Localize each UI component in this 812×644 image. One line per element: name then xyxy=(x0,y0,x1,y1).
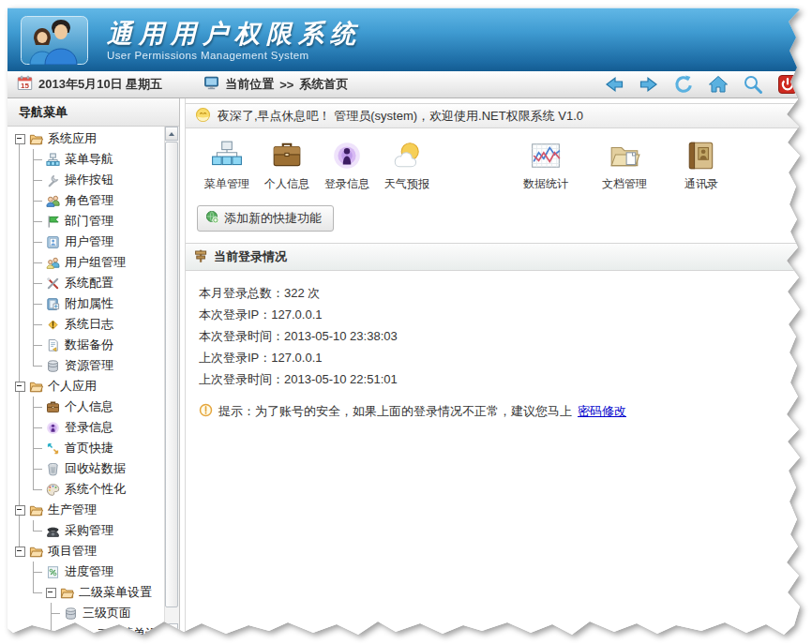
tree-item[interactable]: 系统应用 xyxy=(8,128,165,149)
tree-item[interactable]: 系统个性化 xyxy=(8,479,165,500)
main-panel: 夜深了,早点休息吧！ 管理员(system)，欢迎使用.NET权限系统 V1.0… xyxy=(185,98,803,637)
tree-item-label: 资源管理 xyxy=(65,357,113,374)
tree-item[interactable]: 角色管理 xyxy=(8,190,165,211)
forward-icon xyxy=(639,74,659,95)
toolbar-date-text: 2013年5月10日 星期五 xyxy=(38,76,162,93)
breadcrumb: 当前位置 >> 系统首页 xyxy=(203,75,348,94)
scroll-down-button[interactable] xyxy=(165,623,178,637)
sidebar-scrollbar[interactable] xyxy=(164,127,179,637)
flag-icon xyxy=(46,215,60,229)
tree-item[interactable]: 首页快捷 xyxy=(8,438,165,458)
login-stats: 本月登录总数：322 次本次登录IP：127.0.0.1本次登录时间：2013-… xyxy=(186,271,803,390)
shortcuts-row: 菜单管理个人信息登录信息天气预报数据统计文档管理通讯录 xyxy=(197,140,803,192)
tree-item[interactable]: 菜单导航 xyxy=(8,149,165,170)
tree-connector xyxy=(33,335,42,346)
home-icon xyxy=(708,74,729,95)
chart-lg-icon xyxy=(530,140,562,172)
tree-item-label: 三级页面 xyxy=(83,605,131,622)
tree-item-label: 个人信息 xyxy=(65,398,113,415)
tree-item-label: 二级菜单设置 xyxy=(97,625,165,637)
tree-item-label: 系统配置 xyxy=(65,275,113,292)
shortcut-item[interactable]: 菜单管理 xyxy=(197,140,257,192)
tree-item[interactable]: 数据备份 xyxy=(8,335,165,355)
search-button[interactable] xyxy=(742,73,764,96)
tree-item[interactable]: 登录信息 xyxy=(8,417,165,438)
tree-item[interactable]: 用户管理 xyxy=(8,232,165,252)
tree-expander[interactable] xyxy=(15,505,25,516)
tools-icon xyxy=(46,277,60,291)
app: 通用用户权限系统 User Permissions Management Sys… xyxy=(8,7,803,637)
shortcut-item[interactable]: 个人信息 xyxy=(257,140,317,192)
tree-connector xyxy=(33,438,42,449)
change-password-link[interactable]: 密码修改 xyxy=(578,403,626,420)
tree-item[interactable]: 用户组管理 xyxy=(8,252,165,273)
tree-item[interactable]: 采购管理 xyxy=(8,520,165,541)
calendar-icon-slot: 15 xyxy=(17,75,33,94)
tree-expander[interactable] xyxy=(64,629,74,638)
tree-expander[interactable] xyxy=(15,382,25,392)
tree-connector xyxy=(33,314,42,325)
stat-line: 本月登录总数：322 次 xyxy=(199,282,803,304)
tree-item[interactable]: 系统配置 xyxy=(8,273,165,293)
stat-line: 上次登录时间：2013-05-10 22:51:01 xyxy=(199,368,803,390)
tree-item[interactable]: 二级菜单设置 xyxy=(8,582,165,603)
forward-button[interactable] xyxy=(638,73,660,96)
tree-item-label: 部门管理 xyxy=(65,213,113,230)
app-title: 通用用户权限系统 xyxy=(107,19,362,48)
tree-item[interactable]: 操作按钮 xyxy=(8,170,165,190)
tree-item[interactable]: 生产管理 xyxy=(8,500,165,520)
tree-connector xyxy=(33,355,42,367)
app-banner: 通用用户权限系统 User Permissions Management Sys… xyxy=(8,7,803,71)
shortcut-item[interactable]: 登录信息 xyxy=(317,140,377,192)
tree-connector xyxy=(33,170,42,181)
signal-lg-icon xyxy=(331,140,363,172)
folder-icon xyxy=(78,627,92,638)
tree-item[interactable]: 个人应用 xyxy=(8,376,165,397)
shortcut-item[interactable]: 天气预报 xyxy=(377,140,437,192)
tree-item-label: 系统日志 xyxy=(65,316,113,333)
scroll-up-button[interactable] xyxy=(165,127,178,141)
add-shortcut-button[interactable]: 添加新的快捷功能 xyxy=(197,205,334,232)
tree-item[interactable]: 附加属性 xyxy=(8,293,165,314)
trash-icon xyxy=(46,462,60,476)
tree-item-label: 系统应用 xyxy=(48,130,97,147)
add-button-row: 添加新的快捷功能 xyxy=(197,192,803,232)
content-area: 导航菜单 系统应用菜单导航操作按钮角色管理部门管理用户管理用户组管理系统配置附加… xyxy=(8,98,803,637)
tree-connector xyxy=(33,562,42,573)
tree-item-label: 回收站数据 xyxy=(65,460,126,477)
back-button[interactable] xyxy=(603,73,625,96)
tree-connector xyxy=(33,582,42,593)
svg-text:15: 15 xyxy=(21,82,29,90)
notebook-add-icon xyxy=(46,297,60,311)
add-shortcut-label: 添加新的快捷功能 xyxy=(224,210,322,227)
tree-item[interactable]: 部门管理 xyxy=(8,211,165,232)
briefcase-icon xyxy=(46,400,60,414)
welcome-bar: 夜深了,早点休息吧！ 管理员(system)，欢迎使用.NET权限系统 V1.0 xyxy=(186,103,803,128)
tree-expander[interactable] xyxy=(46,588,56,598)
refresh-button[interactable] xyxy=(672,73,695,96)
tree-item[interactable]: 进度管理 xyxy=(8,562,165,582)
app-window: 通用用户权限系统 User Permissions Management Sys… xyxy=(8,7,803,637)
tree-item[interactable]: 二级菜单设置 xyxy=(8,623,165,637)
shortcut-item[interactable]: 数据统计 xyxy=(516,140,576,192)
scroll-thumb[interactable] xyxy=(165,142,178,607)
tree-item[interactable]: 三级页面 xyxy=(8,603,165,623)
home-button[interactable] xyxy=(707,73,729,96)
signpost-icon-slot xyxy=(193,248,208,266)
tree-item-label: 用户组管理 xyxy=(65,254,126,271)
notebook-user-icon xyxy=(46,235,60,249)
shortcut-item[interactable]: 通讯录 xyxy=(671,140,731,192)
doc-backup-icon xyxy=(46,338,60,352)
stat-line: 本次登录时间：2013-05-10 23:38:03 xyxy=(199,325,803,347)
users-icon xyxy=(46,194,60,208)
tree-item[interactable]: 项目管理 xyxy=(8,541,165,562)
tree-expander[interactable] xyxy=(15,547,25,557)
tree-expander[interactable] xyxy=(15,134,25,144)
shortcut-item[interactable]: 文档管理 xyxy=(594,140,654,192)
tree-item[interactable]: 个人信息 xyxy=(8,397,165,417)
power-button[interactable] xyxy=(776,73,799,96)
tree-item[interactable]: 系统日志 xyxy=(8,314,165,335)
tree-item[interactable]: 资源管理 xyxy=(8,355,165,376)
tree-item[interactable]: 回收站数据 xyxy=(8,458,165,479)
signal-user-icon xyxy=(46,421,60,435)
